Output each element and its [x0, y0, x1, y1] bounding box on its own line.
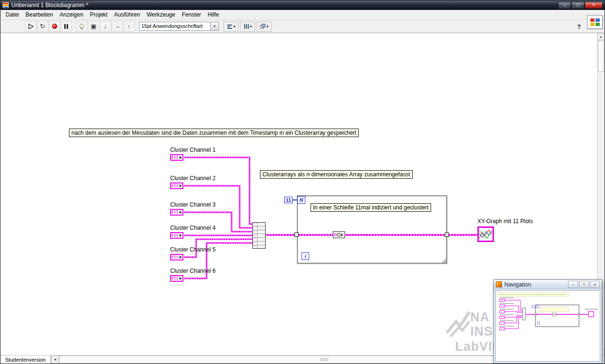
output-arrow-icon: [180, 234, 182, 237]
vertical-scroll-thumb[interactable]: [598, 41, 604, 72]
distribute-objects-button[interactable]: ▾: [240, 21, 255, 32]
run-icon: [27, 23, 34, 30]
navigation-title-bar[interactable]: Navigation – □ ×: [494, 280, 602, 289]
pause-button[interactable]: [60, 21, 72, 32]
count-constant[interactable]: 11: [284, 197, 293, 203]
menu-projekt[interactable]: Projekt: [86, 10, 111, 19]
highlight-execution-button[interactable]: [76, 21, 87, 32]
labview-logo: [587, 15, 603, 29]
cluster-4-label[interactable]: Cluster Channel 4: [170, 225, 216, 231]
menu-anzeigen[interactable]: Anzeigen: [56, 10, 86, 19]
index-bundle-node[interactable]: [333, 231, 345, 238]
pause-icon: [64, 24, 68, 29]
reorder-icon: [260, 24, 266, 29]
cluster-4-terminal[interactable]: [170, 232, 183, 239]
retain-wire-values-button[interactable]: ▣: [88, 21, 99, 32]
ni-eagle-watermark: [446, 309, 470, 338]
font-selector-value: 15pt Anwendungsschriftart: [139, 22, 211, 31]
dropdown-arrow-icon: ▾: [250, 24, 252, 29]
align-objects-button[interactable]: ▾: [224, 21, 239, 32]
nav-close-button[interactable]: ×: [590, 281, 600, 288]
navigation-window[interactable]: Navigation – □ ×: [493, 279, 602, 364]
menu-ausfuehren[interactable]: Ausführen: [111, 10, 143, 19]
cluster-2-label[interactable]: Cluster Channel 2: [170, 175, 216, 182]
watermark-text-1: NA: [470, 310, 490, 325]
build-array-node[interactable]: [252, 222, 266, 249]
scroll-left-button[interactable]: ◄: [51, 355, 59, 364]
comment-array[interactable]: Clusterarrays als n-dimensionales Array …: [260, 170, 413, 179]
step-over-button[interactable]: →: [112, 21, 123, 32]
menu-bar: Datei Bearbeiten Anzeigen Projekt Ausfüh…: [0, 10, 605, 20]
cluster-3-terminal[interactable]: [170, 209, 183, 216]
navigation-thumbnail-image: [496, 291, 600, 362]
output-arrow-icon: [180, 156, 182, 159]
menu-datei[interactable]: Datei: [2, 10, 22, 19]
cluster-6-label[interactable]: Cluster Channel 6: [170, 268, 216, 274]
cluster-5-terminal[interactable]: [170, 254, 183, 260]
cluster-3-label[interactable]: Cluster Channel 3: [170, 201, 216, 208]
menu-werkzeuge[interactable]: Werkzeuge: [143, 10, 178, 19]
toolbar: ↻ ▣ ↓ → ↑ 15pt Anwendungsschriftart ▼ ▾ …: [0, 20, 605, 33]
loop-resize-handle[interactable]: [441, 258, 446, 263]
abort-button[interactable]: [49, 21, 60, 32]
xy-graph-terminal[interactable]: [477, 226, 494, 242]
wire-cluster-1[interactable]: [184, 157, 252, 224]
navigation-controls: – □ ×: [567, 281, 600, 288]
menu-bearbeiten[interactable]: Bearbeiten: [22, 10, 56, 19]
cluster-2-terminal[interactable]: [170, 182, 183, 189]
stop-icon: [52, 24, 57, 29]
distribute-icon: [243, 24, 249, 29]
cluster-6-terminal[interactable]: [170, 275, 183, 282]
app-icon: [2, 2, 9, 9]
loop-input-tunnel[interactable]: [294, 233, 299, 237]
step-into-button[interactable]: ↓: [100, 21, 111, 32]
run-continuous-button[interactable]: ↻: [37, 21, 48, 32]
comment-loop[interactable]: In einer Schleife 11mal indiziert und ge…: [311, 203, 431, 212]
cluster-5-label[interactable]: Cluster Channel 5: [170, 246, 216, 253]
lightbulb-icon: [78, 23, 85, 30]
output-arrow-icon: [180, 211, 182, 214]
nav-maximize-button[interactable]: □: [579, 281, 589, 288]
scroll-grip-icon: [320, 358, 328, 361]
loop-count-terminal[interactable]: N: [297, 196, 305, 204]
cluster-glyph: [334, 234, 337, 236]
scroll-up-button[interactable]: ▲: [597, 33, 605, 40]
cluster-glyph: [172, 234, 179, 237]
labview-logo-icon: [589, 17, 601, 27]
watermark-text-2: INS: [470, 324, 493, 339]
loop-output-tunnel[interactable]: [445, 233, 449, 237]
xy-graph-icon: [479, 228, 493, 241]
title-bar: Unbenannt 1 Blockdiagramm * – □ ×: [0, 0, 605, 10]
window-title: Unbenannt 1 Blockdiagramm *: [11, 2, 88, 9]
align-icon: [227, 24, 233, 29]
cluster-glyph: [172, 255, 179, 259]
output-arrow-icon: [180, 256, 182, 259]
output-arrow-icon: [180, 277, 182, 280]
run-button[interactable]: [25, 21, 36, 32]
step-out-button[interactable]: ↑: [123, 21, 135, 32]
nav-minimize-button[interactable]: –: [568, 281, 578, 288]
edition-tab[interactable]: Studentenversion: [0, 355, 51, 364]
cluster-1-terminal[interactable]: [170, 154, 183, 161]
combo-arrow-icon[interactable]: ▼: [211, 22, 219, 31]
cluster-glyph: [172, 210, 179, 214]
comment-top[interactable]: nach dem auslesen der Messdaten sind die…: [69, 129, 359, 137]
window-controls: – □ ×: [558, 2, 605, 9]
dropdown-arrow-icon: ▾: [267, 24, 269, 29]
menu-hilfe[interactable]: Hilfe: [204, 10, 222, 19]
cluster-1-label[interactable]: Cluster Channel 1: [170, 147, 216, 153]
close-button[interactable]: ×: [585, 2, 603, 9]
context-help-button[interactable]: ?: [574, 22, 584, 31]
cluster-glyph: [172, 184, 179, 187]
navigation-title: Navigation: [504, 281, 531, 288]
iteration-terminal[interactable]: i: [302, 252, 309, 260]
xy-graph-label[interactable]: XY-Graph mit 11 Plots: [477, 218, 533, 225]
menu-fenster[interactable]: Fenster: [179, 10, 205, 19]
navigation-window-icon: [496, 281, 502, 287]
reorder-objects-button[interactable]: ▾: [257, 21, 272, 32]
minimize-button[interactable]: –: [558, 2, 571, 9]
font-selector[interactable]: 15pt Anwendungsschriftart ▼: [139, 22, 219, 31]
navigation-thumbnail[interactable]: [495, 290, 600, 362]
divider: [257, 223, 258, 248]
maximize-button[interactable]: □: [571, 2, 584, 9]
